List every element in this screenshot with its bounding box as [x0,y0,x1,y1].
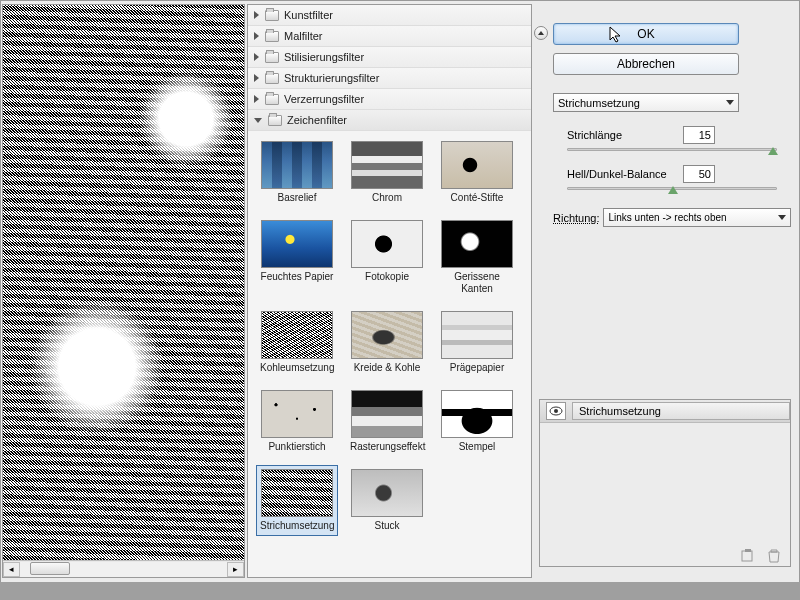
chevron-down-icon [726,100,734,105]
richtung-dropdown[interactable]: Links unten -> rechts oben [603,208,791,227]
richtung-value: Links unten -> rechts oben [608,212,726,223]
group-strukturierungsfilter[interactable]: Strukturierungsfilter [248,68,531,89]
svg-point-1 [554,409,558,413]
filter-stuck[interactable]: Stuck [346,465,428,536]
filter-kreide-kohle[interactable]: Kreide & Kohle [346,307,428,378]
filter-praegepapier[interactable]: Prägepapier [436,307,518,378]
filter-basrelief[interactable]: Basrelief [256,137,338,208]
filter-stempel[interactable]: Stempel [436,386,518,457]
ok-button[interactable]: OK [553,23,739,45]
cancel-button-label: Abbrechen [617,57,675,71]
richtung-label: Richtung: [553,212,599,224]
helldunkel-slider[interactable] [567,187,777,190]
filter-list-pane: Kunstfilter Malfilter Stilisierungsfilte… [247,4,532,578]
folder-icon [265,73,279,84]
svg-rect-2 [742,551,752,561]
filter-feuchtes-papier[interactable]: Feuchtes Papier [256,216,338,299]
chevron-down-icon [778,215,786,220]
scroll-left-arrow[interactable]: ◂ [3,562,20,577]
preview-pane[interactable]: ◂ ▸ [2,4,245,578]
strichlaenge-label: Strichlänge [553,129,683,141]
scroll-thumb[interactable] [30,562,70,575]
filter-rasterungseffekt[interactable]: Rasterungseffekt [346,386,428,457]
folder-icon [265,94,279,105]
filter-gallery-dialog: ◂ ▸ Kunstfilter Malfilter Stilisierungsf… [0,0,800,600]
filter-kohleumsetzung[interactable]: Kohleumsetzung [256,307,338,378]
status-bar [0,582,800,600]
strichlaenge-input[interactable] [683,126,715,144]
filter-select-dropdown[interactable]: Strichumsetzung [553,93,739,112]
preview-h-scrollbar[interactable]: ◂ ▸ [3,560,244,577]
folder-icon [265,52,279,63]
ok-button-label: OK [637,27,654,41]
group-stilisierungsfilter[interactable]: Stilisierungsfilter [248,47,531,68]
folder-icon [265,10,279,21]
group-kunstfilter[interactable]: Kunstfilter [248,5,531,26]
group-verzerrungsfilter[interactable]: Verzerrungsfilter [248,89,531,110]
group-malfilter[interactable]: Malfilter [248,26,531,47]
scroll-right-arrow[interactable]: ▸ [227,562,244,577]
parameters-pane: OK Abbrechen Strichumsetzung Strichlänge… [553,23,791,227]
svg-rect-3 [745,549,751,552]
delete-effect-layer-icon[interactable] [766,549,782,563]
helldunkel-input[interactable] [683,165,715,183]
collapse-filter-list-button[interactable] [534,26,548,40]
cancel-button[interactable]: Abbrechen [553,53,739,75]
filter-fotokopie[interactable]: Fotokopie [346,216,428,299]
filter-chrom[interactable]: Chrom [346,137,428,208]
effect-layer-panel: Strichumsetzung [539,399,791,567]
filter-punktierstich[interactable]: Punktierstich [256,386,338,457]
strichlaenge-slider[interactable] [567,148,777,151]
effect-layer-row[interactable]: Strichumsetzung [540,400,790,423]
filter-gerissene-kanten[interactable]: Gerissene Kanten [436,216,518,299]
filter-select-value: Strichumsetzung [558,97,640,109]
folder-icon [268,115,282,126]
folder-icon [265,31,279,42]
effect-layer-name: Strichumsetzung [579,405,661,417]
new-effect-layer-icon[interactable] [740,549,756,563]
zeichenfilter-thumbnails: Basrelief Chrom Conté-Stifte Feuchtes Pa… [248,131,531,550]
filter-conte-stifte[interactable]: Conté-Stifte [436,137,518,208]
filter-strichumsetzung[interactable]: Strichumsetzung [256,465,338,536]
group-zeichenfilter[interactable]: Zeichenfilter [248,110,531,131]
visibility-toggle[interactable] [546,402,566,420]
cursor-icon [609,26,623,44]
helldunkel-label: Hell/Dunkel-Balance [553,168,683,180]
